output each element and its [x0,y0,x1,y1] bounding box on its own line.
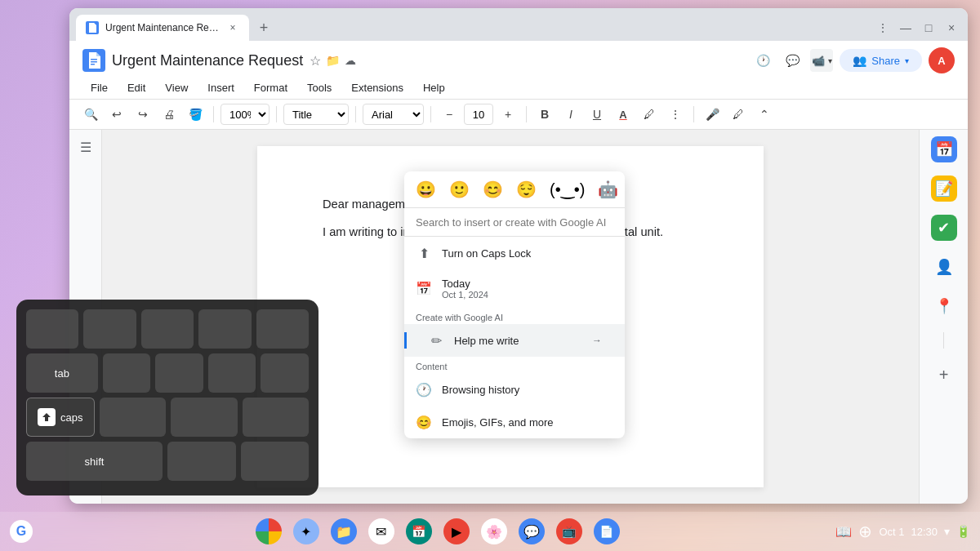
insert-search-input[interactable] [416,216,613,229]
menu-view[interactable]: View [157,78,196,97]
add-icon[interactable]: ⊕ [858,522,872,541]
search-toolbar-button[interactable]: 🔍 [79,103,102,126]
maximize-button[interactable]: □ [919,18,938,38]
minimize-button[interactable]: — [896,18,915,38]
star-icon[interactable]: ☆ [310,53,321,69]
redo-button[interactable]: ↪ [131,103,154,126]
font-select[interactable]: Arial [363,104,424,125]
menu-tools[interactable]: Tools [299,78,340,97]
emoji-robot[interactable]: 🤖 [598,180,618,199]
more-options-button[interactable]: ⋮ [873,18,893,38]
expand-panel-button[interactable]: + [931,362,957,388]
key-a[interactable] [100,398,167,437]
key-x[interactable] [241,442,310,481]
undo-button[interactable]: ↩ [105,103,128,126]
font-size-input[interactable] [464,104,493,125]
gmail-icon[interactable]: ✉ [368,518,394,544]
docs-taskbar-icon[interactable]: 📄 [594,518,620,544]
history-button[interactable]: 🕐 [751,49,774,72]
notes-panel-icon[interactable]: 📝 [931,176,957,202]
text-color-button[interactable]: A [612,103,635,126]
key-blank-1[interactable] [26,309,78,349]
menu-edit[interactable]: Edit [119,78,154,97]
key-z[interactable] [167,442,236,481]
menu-insert[interactable]: Insert [199,78,243,97]
chat-icon[interactable]: 💬 [519,518,545,544]
browsing-history-item[interactable]: 🕐 Browsing history [404,373,625,406]
maps-panel-icon[interactable]: 📍 [931,293,957,319]
calendar-panel-icon[interactable]: 📅 [931,136,957,162]
key-e[interactable] [208,353,256,393]
shift-key[interactable]: shift [26,442,163,481]
menu-bar: File Edit View Insert Format Tools Exten… [82,77,955,99]
key-blank-2[interactable] [83,309,136,349]
menu-file[interactable]: File [82,78,116,97]
bold-button[interactable]: B [533,103,556,126]
docs-header-right: 🕐 💬 📹 ▾ 👥 Share ▾ A [751,47,955,73]
caps-key[interactable]: caps [26,398,95,437]
meet-icon[interactable]: 📅 [406,518,432,544]
highlight-button[interactable]: 🖊 [638,103,661,126]
format-paint-button[interactable]: 🪣 [184,103,207,126]
user-avatar[interactable]: A [929,47,955,73]
ai-section-label: Create with Google AI [404,308,625,324]
emoji-icon: 😊 [416,414,432,430]
style-select[interactable]: Title [283,104,349,125]
camera-button[interactable]: 📹 ▾ [810,49,833,72]
document-title[interactable]: Urgent Maintenance Request [112,52,303,69]
emoji-4[interactable]: 😌 [516,180,537,199]
key-w[interactable] [155,353,203,393]
voice-type-button[interactable]: 🎤 [701,103,724,126]
tasks-panel-icon[interactable]: ✔ [931,215,957,241]
outline-icon[interactable]: ☰ [80,140,91,155]
key-blank-5[interactable] [256,309,309,349]
zoom-select[interactable]: 100% [220,104,270,125]
expand-button[interactable]: ⌃ [753,103,776,126]
key-d[interactable] [243,398,310,437]
caps-lock-item[interactable]: ⬆ Turn on Caps Lock [404,237,625,269]
close-button[interactable]: × [942,18,961,38]
active-tab[interactable]: Urgent Maintenance Request × [76,15,249,41]
tab-close-button[interactable]: × [226,21,239,34]
emoji-1[interactable]: 😀 [416,180,436,199]
increase-font-button[interactable]: + [497,103,519,126]
emojis-label: Emojis, GIFs, and more [442,416,554,429]
underline-button[interactable]: U [586,103,608,126]
screen-reader-icon[interactable]: 📖 [835,524,852,540]
share-icon: 👥 [853,54,866,67]
assistant-icon[interactable]: ✦ [293,518,319,544]
today-item[interactable]: 📅 Today Oct 1, 2024 [404,269,625,308]
play-icon[interactable]: ▶ [443,518,470,544]
print-button[interactable]: 🖨 [158,103,180,126]
key-s[interactable] [171,398,238,437]
key-q[interactable] [103,353,151,393]
tab-key[interactable]: tab [26,353,98,393]
new-tab-button[interactable]: + [252,16,275,39]
help-me-write-item[interactable]: ✏ Help me write → [404,324,625,357]
taskbar-left: G [10,520,39,543]
youtube-icon[interactable]: 📺 [556,518,582,544]
photos-icon[interactable]: 🌸 [481,518,507,544]
menu-format[interactable]: Format [246,78,296,97]
emojis-item[interactable]: 😊 Emojis, GIFs, and more [404,406,625,438]
pen-button[interactable]: 🖊 [727,103,750,126]
share-button[interactable]: 👥 Share ▾ [840,49,922,72]
key-blank-4[interactable] [198,309,251,349]
chrome-icon[interactable] [256,518,282,544]
menu-extensions[interactable]: Extensions [343,78,412,97]
files-icon[interactable]: 📁 [331,518,357,544]
emoji-2[interactable]: 🙂 [449,180,470,199]
key-blank-3[interactable] [141,309,194,349]
folder-icon[interactable]: 📁 [326,54,340,67]
cloud-icon[interactable]: ☁ [345,54,356,67]
contacts-panel-icon[interactable]: 👤 [931,254,957,280]
decrease-font-button[interactable]: − [438,103,461,126]
comments-button[interactable]: 💬 [781,49,804,72]
more-format-button[interactable]: ⋮ [664,103,687,126]
google-launcher-button[interactable]: G [10,520,33,543]
italic-button[interactable]: I [559,103,582,126]
emoji-5[interactable]: (•‿•) [550,180,585,199]
emoji-3[interactable]: 😊 [483,180,503,199]
key-r[interactable] [261,353,309,393]
menu-help[interactable]: Help [415,78,453,97]
